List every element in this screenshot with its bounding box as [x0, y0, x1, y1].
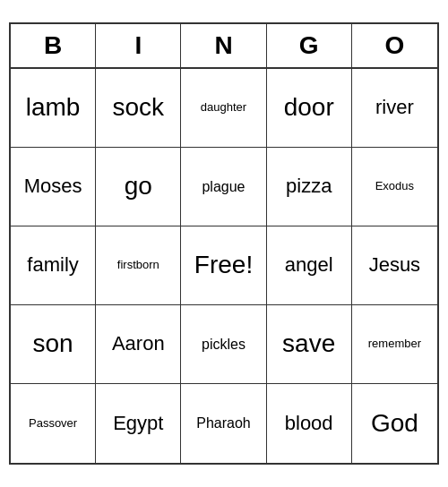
- bingo-cell: pizza: [267, 148, 352, 226]
- cell-label: angel: [285, 254, 333, 276]
- bingo-cell: plague: [181, 148, 266, 226]
- bingo-cell: river: [352, 69, 437, 148]
- bingo-cell: door: [267, 69, 352, 148]
- bingo-cell: sock: [96, 69, 181, 148]
- header-letter-N: N: [181, 24, 266, 67]
- header-letter-O: O: [352, 24, 437, 67]
- cell-label: Pharaoh: [196, 415, 251, 431]
- cell-label: family: [27, 254, 78, 276]
- bingo-cell: lamb: [11, 69, 96, 148]
- bingo-cell: angel: [267, 226, 352, 305]
- cell-label: lamb: [26, 94, 81, 122]
- bingo-cell: Free!: [181, 226, 266, 305]
- cell-label: Passover: [29, 417, 77, 430]
- cell-label: blood: [285, 413, 333, 434]
- cell-label: Egypt: [113, 413, 163, 434]
- cell-label: Exodus: [375, 180, 414, 192]
- bingo-cell: Exodus: [352, 148, 437, 226]
- cell-label: pizza: [286, 175, 332, 197]
- cell-label: daughter: [201, 101, 246, 114]
- bingo-grid: lambsockdaughterdoorriverMosesgoplaguepi…: [11, 69, 437, 463]
- header-letter-G: G: [267, 24, 352, 67]
- cell-label: door: [284, 94, 334, 122]
- bingo-cell: firstborn: [96, 226, 181, 305]
- cell-label: Moses: [24, 175, 82, 197]
- cell-label: go: [125, 173, 152, 201]
- cell-label: plague: [202, 179, 245, 195]
- bingo-cell: son: [11, 305, 96, 384]
- bingo-cell: God: [352, 384, 437, 463]
- header-letter-I: I: [96, 24, 181, 67]
- bingo-cell: save: [267, 305, 352, 384]
- bingo-cell: Moses: [11, 148, 96, 226]
- cell-label: save: [282, 330, 335, 358]
- cell-label: river: [375, 97, 414, 118]
- cell-label: sock: [113, 94, 165, 122]
- bingo-cell: blood: [267, 384, 352, 463]
- bingo-cell: pickles: [181, 305, 266, 384]
- bingo-card: BINGO lambsockdaughterdoorriverMosesgopl…: [9, 22, 439, 465]
- cell-label: Jesus: [369, 254, 420, 276]
- cell-label: God: [371, 410, 418, 438]
- cell-label: pickles: [202, 337, 246, 353]
- bingo-header: BINGO: [11, 24, 437, 69]
- cell-label: remember: [368, 337, 421, 350]
- bingo-cell: Jesus: [352, 226, 437, 305]
- bingo-cell: daughter: [181, 69, 266, 148]
- bingo-cell: go: [96, 148, 181, 226]
- bingo-cell: Aaron: [96, 305, 181, 384]
- bingo-cell: family: [11, 226, 96, 305]
- cell-label: Aaron: [112, 333, 165, 355]
- cell-label: Free!: [194, 252, 253, 279]
- bingo-cell: Passover: [11, 384, 96, 463]
- bingo-cell: Pharaoh: [181, 384, 266, 463]
- header-letter-B: B: [11, 24, 96, 67]
- cell-label: firstborn: [117, 259, 159, 271]
- bingo-cell: Egypt: [96, 384, 181, 463]
- cell-label: son: [33, 330, 73, 358]
- bingo-cell: remember: [352, 305, 437, 384]
